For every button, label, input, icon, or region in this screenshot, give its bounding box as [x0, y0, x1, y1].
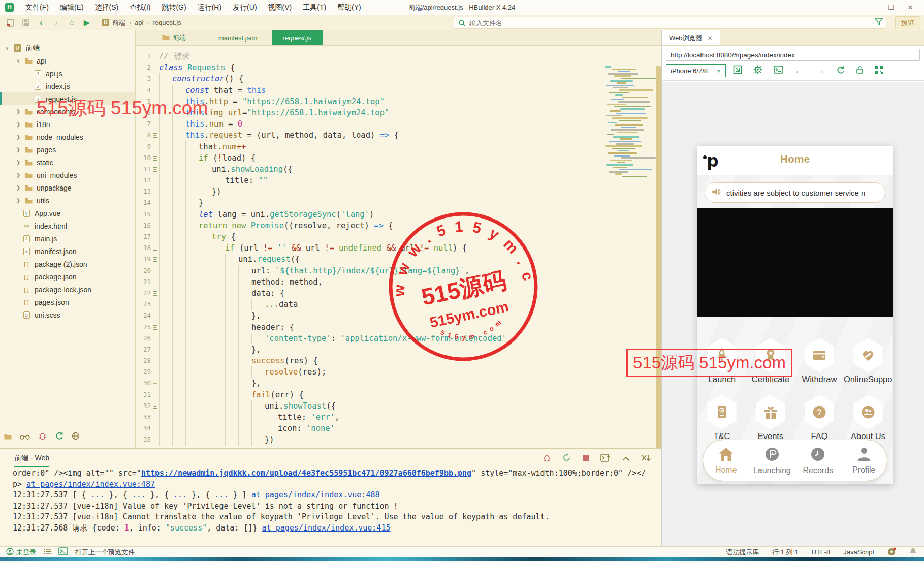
close-tab-icon[interactable]: ✕ — [708, 35, 713, 42]
collapse-panel-icon[interactable] — [622, 454, 630, 463]
chevron-right-icon[interactable]: ❯ — [15, 109, 21, 114]
tab-records[interactable]: Records — [796, 446, 840, 475]
unlock-icon[interactable] — [856, 66, 864, 76]
filter-funnel-icon[interactable] — [875, 18, 883, 28]
breadcrumb-item-2[interactable]: request.js — [152, 19, 181, 26]
debug-icon[interactable] — [38, 432, 47, 442]
tree-item-main-js[interactable]: Jmain.js — [0, 232, 135, 245]
forward-icon[interactable]: › — [49, 16, 64, 29]
console-link[interactable]: at pages/index/index.vue:487 — [26, 480, 155, 489]
tree-item-package-lock-json[interactable]: [ ]package-lock.json — [0, 283, 135, 296]
grid-item-faq[interactable]: ?FAQ — [795, 395, 844, 441]
network-icon[interactable] — [72, 432, 80, 442]
restart-icon[interactable] — [562, 453, 571, 464]
chevron-right-icon[interactable]: ❯ — [15, 198, 21, 203]
console-link[interactable]: ... — [132, 490, 146, 500]
grid-item-events[interactable]: Events — [746, 395, 795, 441]
tree-item-uni-scss[interactable]: Suni.scss — [0, 308, 135, 321]
search-input[interactable] — [469, 19, 866, 27]
grid-item-about-us[interactable]: About Us — [844, 395, 893, 441]
tree-item-static[interactable]: ❯static — [0, 156, 135, 169]
menu-item-6[interactable]: 发行(U) — [227, 0, 262, 15]
tree-item-package-2-json[interactable]: [ ]package (2).json — [0, 258, 135, 270]
menu-item-0[interactable]: 文件(F) — [20, 0, 54, 15]
tree-item-manifest-json[interactable]: ✲manifest.json — [0, 245, 135, 258]
debug-icon[interactable] — [543, 454, 551, 464]
menu-item-8[interactable]: 工具(T) — [297, 0, 332, 15]
editor-tab-request-js[interactable]: request.js — [272, 30, 323, 45]
refresh-icon[interactable] — [55, 431, 63, 442]
grid-item-t-c[interactable]: T&C — [697, 395, 746, 441]
run-icon[interactable]: ▶ — [79, 16, 94, 29]
maximize-button[interactable]: ☐ — [881, 0, 901, 15]
chevron-right-icon[interactable]: ❯ — [15, 121, 21, 127]
preview-button[interactable]: 预览 — [895, 16, 920, 29]
menu-item-9[interactable]: 帮助(Y) — [332, 0, 367, 15]
qr-code-icon[interactable] — [875, 66, 883, 76]
open-previous-preview[interactable]: 打开上一个预览文件 — [75, 548, 135, 557]
open-external-icon[interactable] — [733, 65, 742, 76]
grid-item-withdraw[interactable]: Withdraw — [795, 338, 844, 384]
tree-item-unpackage[interactable]: ❯unpackage — [0, 181, 135, 194]
console-link[interactable]: https://newadmin.jqdkkk.com/upload/4e3fe… — [141, 469, 471, 478]
chevron-down-icon[interactable]: ∨ — [15, 58, 21, 64]
login-status[interactable]: 未登录 — [6, 548, 36, 557]
open-folder-icon[interactable] — [4, 432, 12, 442]
tree-item-pages-json[interactable]: [ ]pages.json — [0, 296, 135, 308]
settings-gear-icon[interactable] — [753, 65, 762, 76]
status-item-1[interactable]: 行:1 列:1 — [772, 548, 798, 557]
console-tab[interactable]: 前端 - Web — [14, 454, 49, 467]
chevron-right-icon[interactable]: ❯ — [15, 160, 21, 165]
menu-item-4[interactable]: 跳转(G) — [156, 0, 192, 15]
tree-item-api-js[interactable]: Japi.js — [0, 67, 135, 80]
console-link[interactable]: at pages/index/index.vue:415 — [262, 523, 391, 533]
clear-console-icon[interactable] — [641, 454, 651, 463]
menu-item-1[interactable]: 编辑(E) — [54, 0, 89, 15]
bookmark-star-icon[interactable]: ☆ — [64, 16, 79, 29]
menu-item-5[interactable]: 运行(R) — [192, 0, 227, 15]
chevron-right-icon[interactable]: ❯ — [15, 134, 21, 140]
notifications-bell-icon[interactable] — [909, 547, 917, 557]
breadcrumb-item-1[interactable]: api — [135, 19, 143, 26]
console-link[interactable]: ... — [214, 490, 228, 500]
new-file-icon[interactable] — [3, 16, 18, 29]
chevron-right-icon[interactable]: ❯ — [15, 147, 21, 152]
refresh-icon[interactable] — [836, 66, 845, 76]
status-item-0[interactable]: 语法提示库 — [726, 548, 759, 557]
browser-tab[interactable]: Web浏览器 ✕ — [662, 30, 720, 45]
tree-item-api[interactable]: ∨api — [0, 54, 135, 67]
status-item-3[interactable]: JavaScript — [843, 548, 874, 556]
tree-item-app-vue[interactable]: VApp.vue — [0, 207, 135, 220]
save-icon[interactable] — [18, 16, 34, 29]
tab-launching[interactable]: Launching — [750, 446, 794, 475]
stop-icon[interactable] — [582, 454, 589, 463]
tab-home[interactable]: Home — [704, 446, 748, 475]
console-link[interactable]: ... — [173, 490, 187, 500]
menu-item-3[interactable]: 查找(I) — [124, 0, 156, 15]
tree-item-utils[interactable]: ❯utils — [0, 194, 135, 207]
chevron-down-icon[interactable]: ∨ — [4, 45, 10, 51]
tree-item-pages[interactable]: ❯pages — [0, 143, 135, 156]
editor-tab-manifest-json[interactable]: manifest.json — [207, 30, 269, 45]
chevron-right-icon[interactable]: ❯ — [15, 172, 21, 178]
tree-item-package-json[interactable]: [ ]package.json — [0, 270, 135, 283]
back-arrow-icon[interactable]: ← — [794, 65, 804, 76]
file-search-box[interactable] — [454, 17, 886, 29]
tree-item-index-html[interactable]: <>index.html — [0, 220, 135, 232]
tab-profile[interactable]: Profile — [842, 446, 886, 475]
chevron-right-icon[interactable]: ❯ — [15, 185, 21, 191]
menu-item-7[interactable]: 视图(V) — [263, 0, 298, 15]
minimap[interactable] — [605, 66, 656, 178]
view-icon[interactable] — [20, 432, 30, 442]
editor-scrollbar[interactable] — [656, 66, 661, 448]
menu-item-2[interactable]: 选择(S) — [89, 0, 124, 15]
forward-arrow-icon[interactable]: → — [815, 65, 825, 76]
console-link[interactable]: at pages/index/index.vue:488 — [251, 490, 380, 500]
console-link[interactable]: ... — [91, 490, 105, 500]
update-download-icon[interactable] — [887, 547, 896, 557]
new-terminal-icon[interactable] — [600, 454, 611, 464]
console-icon[interactable] — [774, 66, 783, 76]
tree-item-index-js[interactable]: Jindex.js — [0, 80, 135, 92]
breadcrumb-item-0[interactable]: 前端 — [112, 18, 125, 27]
tree-item-node-modules[interactable]: ❯node_modules — [0, 131, 135, 143]
